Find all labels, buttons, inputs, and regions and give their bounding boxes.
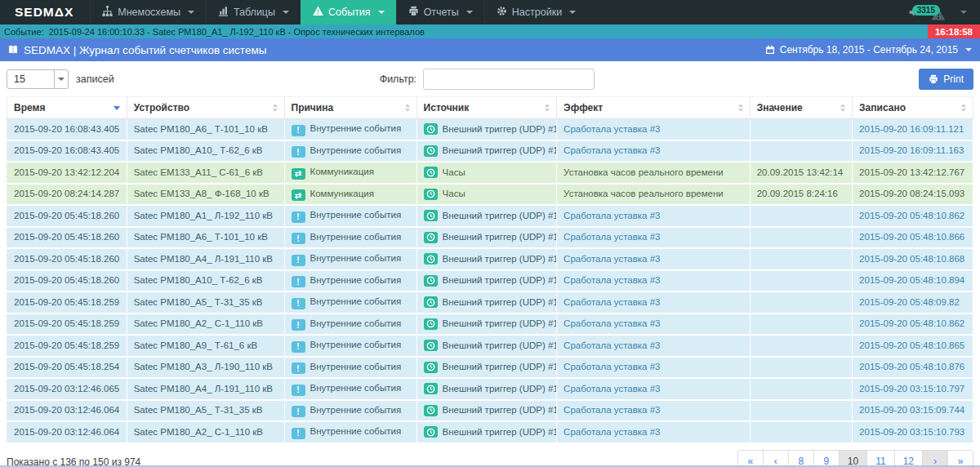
navbar-right: 3315: [896, 0, 980, 24]
table-row[interactable]: 2015-09-20 16:08:43.405 Satec PM180_A6_ …: [7, 119, 973, 140]
cell-source: Внешний триггер (UDP) #1: [416, 400, 557, 422]
exclamation-icon: !: [292, 211, 305, 223]
top-navbar: SEDMΔX Мнемосхемы Таблицы События Отчеты…: [0, 0, 980, 24]
cell-value: [750, 378, 852, 400]
cell-source: Внешний триггер (UDP) #1: [416, 314, 557, 336]
table-row[interactable]: 2015-09-20 03:12:46.064 Satec PM180_A2_ …: [7, 421, 973, 443]
page-button-page-12[interactable]: 12: [894, 450, 923, 467]
navbar-chevron-down-icon[interactable]: [960, 11, 967, 14]
cell-value: 20.09.2015 8:24:16: [750, 184, 852, 206]
exchange-icon: ⇄: [292, 189, 305, 201]
cell-effect: Сработала уставка #3: [557, 140, 751, 162]
page-size-select[interactable]: 15: [7, 69, 69, 89]
clock-icon: [424, 275, 438, 287]
cell-device: Satec EM133_A11_ С-61_6 кВ: [127, 162, 284, 184]
table-row[interactable]: 2015-09-20 03:12:46.064 Satec PM180_A5_ …: [7, 400, 973, 422]
table-row[interactable]: 2015-09-20 05:45:18.259 Satec PM180_A9_ …: [7, 335, 973, 357]
page-button-next[interactable]: ›: [922, 450, 948, 467]
cell-reason: !Внутренние события: [284, 140, 416, 162]
chevron-down-icon: [466, 11, 473, 14]
cell-effect: Сработала уставка #3: [557, 248, 751, 270]
table-row[interactable]: 2015-09-20 05:45:18.260 Satec PM180_A6_ …: [7, 227, 973, 249]
table-row[interactable]: 2015-09-20 03:12:46.065 Satec PM180_A4_ …: [7, 378, 973, 400]
pagination: «‹89101112›»: [737, 450, 973, 467]
exclamation-icon: !: [292, 428, 305, 439]
cell-time: 2015-09-20 08:24:14.287: [7, 184, 127, 206]
page-title: SEDMAX | Журнал событий счетчиков систем…: [24, 44, 266, 56]
date-range-picker[interactable]: Сентябрь 18, 2015 - Сентябрь 24, 2015: [765, 44, 972, 56]
column-header-time[interactable]: Время: [7, 97, 127, 119]
column-header-source[interactable]: Источник: [416, 97, 557, 119]
table-row[interactable]: 2015-09-20 05:45:18.260 Satec PM180_A1_ …: [7, 205, 973, 227]
column-header-effect[interactable]: Эффект: [557, 97, 751, 119]
sort-icon: [545, 104, 550, 112]
alerts-indicator[interactable]: 3315: [930, 4, 947, 21]
cell-recorded: 2015-09-20 05:48:09.82: [853, 291, 973, 314]
cell-reason: !Внутренние события: [284, 400, 416, 422]
cell-value: [750, 314, 852, 336]
exclamation-icon: !: [292, 319, 305, 331]
cell-reason: !Внутренние события: [284, 119, 416, 140]
gears-icon: [497, 6, 507, 19]
cell-effect: Сработала уставка #3: [557, 421, 751, 443]
cell-device: Satec PM180_A4_ Л-191_110 кВ: [127, 248, 284, 270]
menu-item-mnemoschemes[interactable]: Мнемосхемы: [90, 0, 206, 24]
sort-desc-icon: [114, 106, 120, 110]
menu-item-events[interactable]: События: [301, 0, 396, 24]
cell-time: 2015-09-20 05:45:18.260: [7, 227, 127, 249]
filter-input[interactable]: [423, 69, 595, 90]
cell-recorded: 2015-09-20 05:48:10.894: [853, 270, 973, 292]
table-row[interactable]: 2015-09-20 05:45:18.259 Satec PM180_A5_ …: [7, 291, 973, 314]
page-button-last[interactable]: »: [947, 450, 973, 467]
cell-reason: !Внутренние события: [284, 270, 416, 292]
page-button-first[interactable]: «: [737, 450, 764, 467]
table-row[interactable]: 2015-09-20 05:45:18.260 Satec PM180_A10_…: [7, 270, 973, 292]
cell-device: Satec PM180_A5_ Т-31_35 кВ: [127, 400, 284, 422]
cell-source: Внешний триггер (UDP) #1: [416, 248, 557, 270]
select-chevron-icon: [54, 70, 68, 88]
menu-item-tables[interactable]: Таблицы: [206, 0, 301, 24]
menu-item-settings[interactable]: Настройки: [484, 0, 587, 24]
column-header-value[interactable]: Значение: [750, 97, 852, 119]
table-row[interactable]: 2015-09-20 05:45:18.260 Satec PM180_A4_ …: [7, 248, 973, 270]
cell-value: [750, 421, 852, 443]
page-title-wrap: SEDMAX | Журнал событий счетчиков систем…: [8, 44, 266, 56]
cell-recorded: 2015-09-20 16:09:11.163: [853, 140, 973, 162]
cell-source: Часы: [416, 162, 557, 184]
page-button-page-9[interactable]: 9: [813, 450, 840, 467]
page-size-label: записей: [76, 73, 114, 85]
sitemap-icon: [102, 6, 113, 19]
table-row[interactable]: 2015-09-20 05:45:18.254 Satec PM180_A3_ …: [7, 357, 973, 379]
cell-reason: !Внутренние события: [284, 378, 416, 400]
cell-recorded: 2015-09-20 03:15:10.793: [853, 421, 973, 443]
cell-source: Внешний триггер (UDP) #1: [416, 227, 557, 249]
ticker-label: Событие:: [4, 27, 44, 37]
print-button[interactable]: Print: [919, 69, 973, 90]
exclamation-icon: !: [292, 233, 305, 244]
cell-device: Satec PM180_A4_ Л-191_110 кВ: [127, 378, 284, 400]
table-row[interactable]: 2015-09-20 08:24:14.287 Satec EM133_A8_ …: [7, 184, 973, 206]
cell-recorded: 2015-09-20 05:48:10.866: [853, 227, 973, 249]
table-footer: Показано с 136 по 150 из 974 «‹89101112›…: [0, 444, 980, 467]
page-button-prev[interactable]: ‹: [763, 450, 789, 467]
warning-icon: [313, 6, 323, 19]
alerts-count-badge: 3315: [912, 5, 940, 16]
table-row[interactable]: 2015-09-20 16:08:43.405 Satec PM180_A10_…: [7, 140, 973, 162]
clock-icon: [424, 426, 438, 438]
table-row[interactable]: 2015-09-20 13:42:12.204 Satec EM133_A11_…: [7, 162, 973, 184]
page-button-page-10[interactable]: 10: [839, 450, 867, 467]
ticker-clock: 16:18:58: [928, 24, 980, 38]
cell-reason: !Внутренние события: [284, 227, 416, 249]
printer-icon: [408, 6, 419, 19]
column-header-recorded[interactable]: Записано: [853, 97, 973, 119]
cell-device: Satec PM180_A6_ Т-101_10 кВ: [127, 119, 284, 140]
menu-item-reports[interactable]: Отчеты: [396, 0, 484, 24]
page-button-page-8[interactable]: 8: [788, 450, 814, 467]
table-row[interactable]: 2015-09-20 05:45:18.259 Satec PM180_A2_ …: [7, 314, 973, 336]
sort-icon: [273, 104, 278, 112]
page-button-page-11[interactable]: 11: [866, 450, 894, 467]
cell-time: 2015-09-20 05:45:18.254: [7, 357, 127, 379]
column-header-reason[interactable]: Причина: [284, 97, 416, 119]
column-header-device[interactable]: Устройство: [127, 97, 284, 119]
cell-effect: Установка часов реального времени: [557, 184, 751, 206]
